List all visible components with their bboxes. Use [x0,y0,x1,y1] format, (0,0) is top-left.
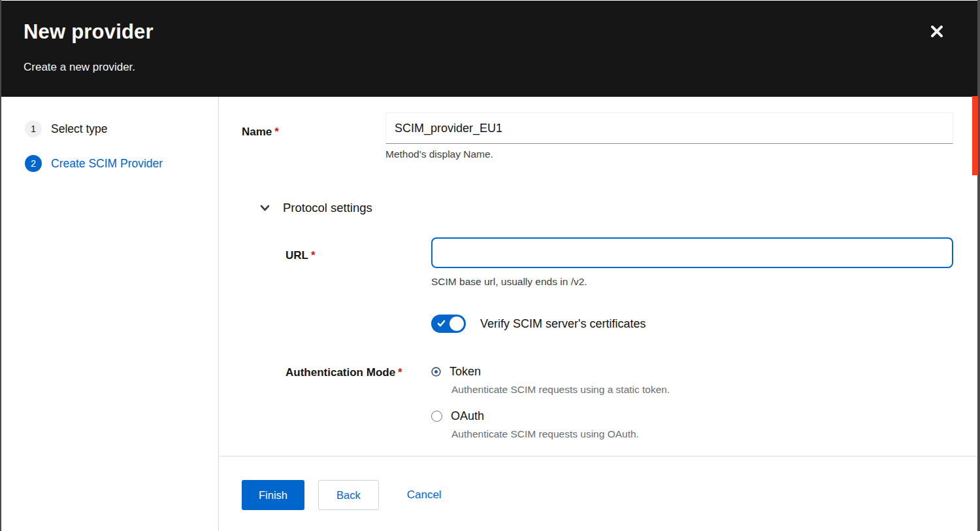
radio-unselected-icon [431,411,442,422]
radio-oauth-label: OAuth [451,409,484,423]
step-label: Create SCIM Provider [51,157,163,171]
url-field-label: URL* [286,237,431,288]
radio-selected-icon [433,368,440,375]
url-helper-text: SCIM base url, usually ends in /v2. [431,276,953,288]
authentication-mode-label: Authentication Mode* [286,365,431,440]
required-asterisk: * [311,249,316,262]
finish-button[interactable]: Finish [242,480,304,510]
spacer [286,315,431,333]
wizard-form-body: Name* Method's display Name. Protocol se… [220,97,977,456]
check-icon [437,319,446,328]
name-field-label: Name* [242,112,385,160]
window-edge-left [0,0,1,531]
verify-certificates-label: Verify SCIM server's certificates [480,317,646,331]
step-number-badge: 2 [25,155,42,172]
auth-mode-label-text: Authentication Mode [286,366,395,379]
close-button[interactable] [926,21,947,42]
scrollbar-thumb[interactable] [972,96,978,175]
protocol-settings-title: Protocol settings [283,201,372,215]
chevron-down-icon [260,205,270,211]
verify-certificates-toggle[interactable] [431,315,466,333]
radio-oauth-description: Authenticate SCIM requests using OAuth. [451,428,953,440]
scrollbar-track [977,0,980,531]
required-asterisk: * [398,366,402,379]
verify-certificates-row: Verify SCIM server's certificates [286,315,953,333]
protocol-settings-toggle[interactable]: Protocol settings [260,201,953,215]
close-icon [930,24,944,39]
wizard-footer: Finish Back Cancel [220,456,977,531]
name-helper-text: Method's display Name. [385,148,953,160]
url-label-text: URL [286,249,308,262]
step-label: Select type [51,122,108,136]
step-number-badge: 1 [25,120,42,137]
radio-oauth[interactable]: OAuth [431,409,953,423]
sidebar-step-select-type[interactable]: 1 Select type [0,120,218,137]
name-label-text: Name [242,126,272,138]
back-button[interactable]: Back [318,480,379,510]
required-asterisk: * [274,126,279,138]
radio-token-description: Authenticate SCIM requests using a stati… [451,384,953,396]
url-form-row: URL* SCIM base url, usually ends in /v2. [286,237,953,288]
wizard-steps-sidebar: 1 Select type 2 Create SCIM Provider [0,97,219,531]
radio-token[interactable]: Token [431,365,953,379]
page-title: New provider [24,20,154,44]
url-input[interactable] [431,237,953,268]
sidebar-step-create-scim-provider[interactable]: 2 Create SCIM Provider [0,155,218,172]
name-form-row: Name* Method's display Name. [242,112,953,160]
modal-header: New provider Create a new provider. [0,1,980,97]
cancel-button[interactable]: Cancel [407,480,442,510]
toggle-knob [449,317,464,331]
name-input[interactable] [385,112,953,144]
radio-token-label: Token [449,365,481,379]
authentication-mode-row: Authentication Mode* Token Authenticate … [286,365,953,440]
page-subtitle: Create a new provider. [24,61,135,74]
